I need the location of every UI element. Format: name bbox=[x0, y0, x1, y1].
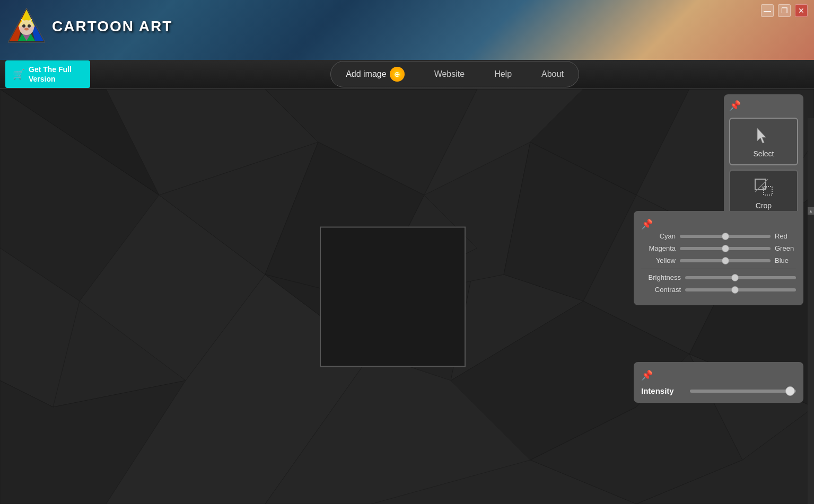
brightness-row: Brightness bbox=[641, 273, 796, 281]
svg-point-8 bbox=[22, 24, 25, 28]
nav-help[interactable]: Help bbox=[479, 61, 527, 87]
contrast-row: Contrast bbox=[641, 286, 796, 294]
intensity-slider[interactable] bbox=[690, 390, 796, 393]
svg-marker-36 bbox=[757, 128, 766, 143]
intensity-label: Intensity bbox=[641, 386, 684, 395]
nav-add-image[interactable]: Add image ⊕ bbox=[331, 61, 419, 87]
brightness-thumb[interactable] bbox=[731, 274, 739, 281]
crop-tool-button[interactable]: ✂ Crop bbox=[729, 170, 798, 217]
nav-about[interactable]: About bbox=[527, 61, 579, 87]
tools-panel: 📌 Select ✂ Crop bbox=[724, 94, 803, 223]
svg-point-10 bbox=[24, 28, 29, 31]
get-full-label: Get The FullVersion bbox=[29, 65, 72, 84]
navbar: 🛒 Get The FullVersion Add image ⊕ Websit… bbox=[0, 60, 814, 89]
right-scrollbar[interactable]: ▲ bbox=[808, 118, 814, 504]
tools-pin-icon: 📌 bbox=[729, 100, 798, 111]
crop-label: Crop bbox=[756, 201, 772, 210]
yellow-blue-slider[interactable] bbox=[680, 259, 771, 262]
close-button[interactable]: ✕ bbox=[795, 4, 808, 17]
nav-help-label: Help bbox=[494, 69, 512, 79]
scroll-up-arrow[interactable]: ▲ bbox=[808, 207, 814, 215]
yellow-blue-thumb[interactable] bbox=[722, 257, 729, 264]
image-canvas[interactable] bbox=[320, 226, 466, 367]
color-panel: 📌 Cyan Red Magenta Green Yellow Blue bbox=[634, 211, 803, 305]
contrast-label: Contrast bbox=[641, 286, 681, 294]
magenta-green-row: Magenta Green bbox=[641, 244, 796, 252]
cyan-red-slider[interactable] bbox=[680, 235, 771, 238]
nav-website[interactable]: Website bbox=[419, 61, 480, 87]
logo-icon bbox=[5, 5, 48, 48]
magenta-green-thumb[interactable] bbox=[722, 245, 729, 252]
select-cursor-icon bbox=[753, 125, 774, 146]
nav-menu: Add image ⊕ Website Help About bbox=[330, 61, 579, 87]
color-divider bbox=[641, 269, 796, 269]
crop-icon: ✂ bbox=[753, 177, 774, 198]
cyan-label: Cyan bbox=[641, 232, 676, 240]
window-controls: — ❐ ✕ bbox=[761, 4, 808, 17]
app-title: CARTOON ART bbox=[52, 18, 172, 35]
svg-text:✂: ✂ bbox=[762, 184, 768, 192]
restore-button[interactable]: ❐ bbox=[778, 4, 791, 17]
app-logo: CARTOON ART bbox=[5, 5, 172, 48]
svg-point-7 bbox=[19, 20, 34, 35]
select-tool-button[interactable]: Select bbox=[729, 118, 798, 165]
yellow-label: Yellow bbox=[641, 257, 676, 264]
intensity-pin-icon: 📌 bbox=[641, 369, 796, 381]
blue-label: Blue bbox=[775, 257, 796, 264]
cyan-red-row: Cyan Red bbox=[641, 232, 796, 240]
intensity-row: Intensity bbox=[641, 386, 796, 395]
red-label: Red bbox=[775, 232, 796, 240]
select-label: Select bbox=[754, 149, 774, 158]
add-image-icon: ⊕ bbox=[390, 67, 405, 82]
minimize-button[interactable]: — bbox=[761, 4, 774, 17]
get-full-version-button[interactable]: 🛒 Get The FullVersion bbox=[5, 60, 90, 88]
nav-website-label: Website bbox=[434, 69, 465, 79]
titlebar: CARTOON ART — ❐ ✕ bbox=[0, 0, 814, 60]
intensity-thumb[interactable] bbox=[785, 386, 795, 396]
nav-about-label: About bbox=[541, 69, 564, 79]
contrast-slider[interactable] bbox=[685, 288, 796, 291]
yellow-blue-row: Yellow Blue bbox=[641, 257, 796, 264]
contrast-thumb[interactable] bbox=[731, 286, 739, 294]
magenta-green-slider[interactable] bbox=[680, 247, 771, 250]
green-label: Green bbox=[775, 244, 796, 252]
svg-point-9 bbox=[28, 24, 31, 28]
cart-icon: 🛒 bbox=[13, 68, 24, 80]
intensity-panel: 📌 Intensity bbox=[634, 362, 803, 403]
color-pin-icon: 📌 bbox=[641, 218, 796, 230]
brightness-label: Brightness bbox=[641, 273, 681, 281]
brightness-slider[interactable] bbox=[685, 276, 796, 279]
magenta-label: Magenta bbox=[641, 244, 676, 252]
main-area: 📌 Select ✂ Crop bbox=[0, 89, 814, 504]
nav-add-image-label: Add image bbox=[346, 69, 387, 79]
cyan-red-thumb[interactable] bbox=[722, 233, 729, 240]
